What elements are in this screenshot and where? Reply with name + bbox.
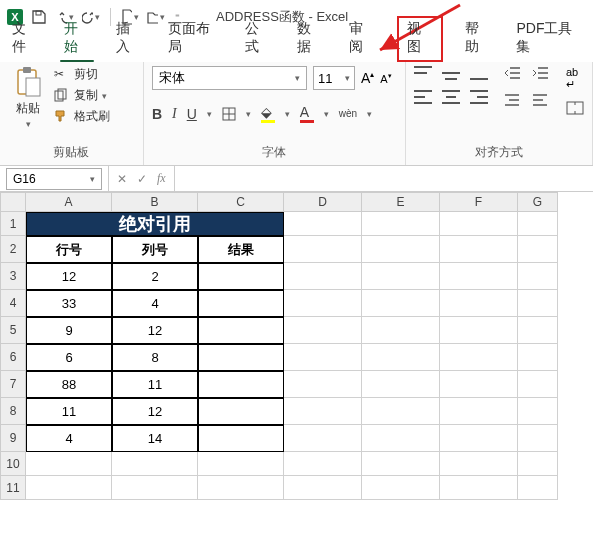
cell-A4[interactable]: 33 xyxy=(26,290,112,317)
row-head-3[interactable]: 3 xyxy=(0,263,26,290)
row-head-7[interactable]: 7 xyxy=(0,371,26,398)
col-head-C[interactable]: C xyxy=(198,192,284,212)
cell-C6[interactable] xyxy=(198,344,284,371)
row-head-9[interactable]: 9 xyxy=(0,425,26,452)
cell-F8[interactable] xyxy=(440,398,518,425)
cell-G8[interactable] xyxy=(518,398,558,425)
cell-C2[interactable]: 结果 xyxy=(198,236,284,263)
cell-F3[interactable] xyxy=(440,263,518,290)
fx-icon[interactable]: fx xyxy=(157,171,166,186)
cell-B6[interactable]: 8 xyxy=(112,344,198,371)
cut-button[interactable]: ✂剪切 xyxy=(54,66,110,83)
cell-F6[interactable] xyxy=(440,344,518,371)
cell-B7[interactable]: 11 xyxy=(112,371,198,398)
cell-G9[interactable] xyxy=(518,425,558,452)
col-head-F[interactable]: F xyxy=(440,192,518,212)
cell-E6[interactable] xyxy=(362,344,440,371)
cell-A8[interactable]: 11 xyxy=(26,398,112,425)
format-painter-button[interactable]: 格式刷 xyxy=(54,108,110,125)
increase-indent-icon[interactable] xyxy=(532,66,550,83)
row-head-8[interactable]: 8 xyxy=(0,398,26,425)
cell-D2[interactable] xyxy=(284,236,362,263)
cell-C9[interactable] xyxy=(198,425,284,452)
merge-cells-icon[interactable] xyxy=(566,101,584,118)
wrap-text-icon[interactable]: ab↵ xyxy=(566,66,584,91)
cell-C3[interactable] xyxy=(198,263,284,290)
copy-button[interactable]: 复制▾ xyxy=(54,87,110,104)
border-button[interactable] xyxy=(222,107,236,121)
cell-E8[interactable] xyxy=(362,398,440,425)
cell-E2[interactable] xyxy=(362,236,440,263)
cell-B3[interactable]: 2 xyxy=(112,263,198,290)
cell-F2[interactable] xyxy=(440,236,518,263)
align-top-icon[interactable] xyxy=(414,66,432,80)
cell-C4[interactable] xyxy=(198,290,284,317)
cell-B4[interactable]: 4 xyxy=(112,290,198,317)
bold-button[interactable]: B xyxy=(152,106,162,122)
cell-D11[interactable] xyxy=(284,476,362,500)
cell-D5[interactable] xyxy=(284,317,362,344)
tab-插入[interactable]: 插入 xyxy=(112,16,146,62)
cell-E4[interactable] xyxy=(362,290,440,317)
cell-A6[interactable]: 6 xyxy=(26,344,112,371)
cell-C11[interactable] xyxy=(198,476,284,500)
tab-公式[interactable]: 公式 xyxy=(241,16,275,62)
enter-icon[interactable]: ✓ xyxy=(137,172,147,186)
tab-开始[interactable]: 开始 xyxy=(60,16,94,62)
font-color-button[interactable]: A xyxy=(300,104,314,123)
col-head-B[interactable]: B xyxy=(112,192,198,212)
row-head-1[interactable]: 1 xyxy=(0,212,26,236)
italic-button[interactable]: I xyxy=(172,106,177,122)
paste-icon[interactable] xyxy=(14,66,42,98)
cell-A7[interactable]: 88 xyxy=(26,371,112,398)
align-middle-icon[interactable] xyxy=(442,66,460,80)
cell-A3[interactable]: 12 xyxy=(26,263,112,290)
decrease-font-icon[interactable]: A▾ xyxy=(380,72,391,85)
cell-E10[interactable] xyxy=(362,452,440,476)
cell-E11[interactable] xyxy=(362,476,440,500)
cell-G7[interactable] xyxy=(518,371,558,398)
cell-A10[interactable] xyxy=(26,452,112,476)
cell-E9[interactable] xyxy=(362,425,440,452)
cell-G2[interactable] xyxy=(518,236,558,263)
formula-input[interactable] xyxy=(174,166,593,191)
cell-B8[interactable]: 12 xyxy=(112,398,198,425)
fill-color-button[interactable]: ⬙ xyxy=(261,104,275,123)
col-head-A[interactable]: A xyxy=(26,192,112,212)
tab-审阅[interactable]: 审阅 xyxy=(345,16,379,62)
increase-indent-icon-2[interactable] xyxy=(532,93,550,110)
row-head-4[interactable]: 4 xyxy=(0,290,26,317)
font-name-select[interactable]: 宋体▾ xyxy=(152,66,307,90)
cell-G4[interactable] xyxy=(518,290,558,317)
cell-B9[interactable]: 14 xyxy=(112,425,198,452)
cell-E3[interactable] xyxy=(362,263,440,290)
tab-文件[interactable]: 文件 xyxy=(8,16,42,62)
cell-F9[interactable] xyxy=(440,425,518,452)
cell-G6[interactable] xyxy=(518,344,558,371)
cell-F4[interactable] xyxy=(440,290,518,317)
increase-font-icon[interactable]: A▴ xyxy=(361,70,374,86)
cell-F7[interactable] xyxy=(440,371,518,398)
cell-G10[interactable] xyxy=(518,452,558,476)
chevron-down-icon[interactable]: ▾ xyxy=(26,119,31,129)
cell-D6[interactable] xyxy=(284,344,362,371)
tab-页面布局[interactable]: 页面布局 xyxy=(164,16,224,62)
cell-D1[interactable] xyxy=(284,212,362,236)
decrease-indent-icon[interactable] xyxy=(504,66,522,83)
cell-D10[interactable] xyxy=(284,452,362,476)
decrease-indent-icon-2[interactable] xyxy=(504,93,522,110)
row-head-5[interactable]: 5 xyxy=(0,317,26,344)
cell-D3[interactable] xyxy=(284,263,362,290)
merged-header[interactable]: 绝对引用 xyxy=(26,212,284,236)
cell-A2[interactable]: 行号 xyxy=(26,236,112,263)
cell-G3[interactable] xyxy=(518,263,558,290)
align-right-icon[interactable] xyxy=(470,90,488,104)
row-head-2[interactable]: 2 xyxy=(0,236,26,263)
open-folder-icon[interactable]: ▾ xyxy=(147,8,165,26)
tab-PDF工具集[interactable]: PDF工具集 xyxy=(512,16,585,62)
underline-button[interactable]: U xyxy=(187,106,197,122)
tab-帮助[interactable]: 帮助 xyxy=(461,16,495,62)
cancel-icon[interactable]: ✕ xyxy=(117,172,127,186)
cell-A5[interactable]: 9 xyxy=(26,317,112,344)
cell-D7[interactable] xyxy=(284,371,362,398)
